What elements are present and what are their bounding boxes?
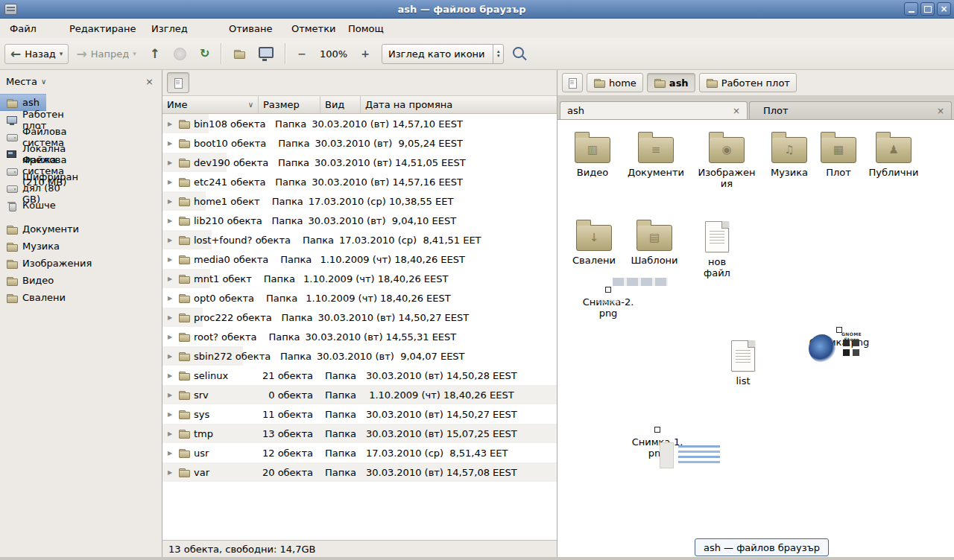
grid-item[interactable]: ≡ Документи [622, 130, 690, 178]
file-row[interactable]: ▶ lost+found ? обекта Папка 17.03.2010 (… [162, 230, 212, 249]
expander-icon[interactable]: ▶ [168, 314, 174, 321]
tab-plot[interactable]: Плот × [749, 101, 952, 119]
zoom-level[interactable]: 100% [314, 48, 353, 60]
file-row[interactable]: ▶ proc 222 обекта Папка 30.03.2010 (вт) … [162, 308, 203, 327]
file-row[interactable]: ▶ home 1 обект Папка 17.03.2010 (ср) 10,… [162, 191, 206, 211]
grid-item[interactable]: нов файл [693, 218, 741, 279]
file-row[interactable]: ▶ var 20 обекта Папка 30.03.2010 (вт) 14… [162, 462, 557, 482]
sidebar-item[interactable]: Изображения [0, 255, 78, 272]
path-root-button[interactable] [562, 73, 583, 92]
grid-item[interactable]: ♟ Публични [863, 130, 924, 178]
file-row[interactable]: ▶ srv 0 обекта Папка 1.10.2009 (чт) 18,4… [162, 385, 557, 404]
file-row[interactable]: ▶ etc 241 обекта Папка 30.03.2010 (вт) 1… [162, 172, 212, 191]
zoom-out-button[interactable]: − [291, 43, 312, 64]
file-row[interactable]: ▶ selinux 21 обекта Папка 30.03.2010 (вт… [162, 366, 557, 385]
expander-icon[interactable]: ▶ [168, 140, 174, 147]
expander-icon[interactable]: ▶ [168, 469, 174, 476]
menu-item[interactable]: Отиване [222, 21, 285, 36]
expander-icon[interactable]: ▶ [168, 256, 174, 263]
grid-item[interactable]: ◉ Изображен ия [695, 130, 759, 189]
menu-item[interactable]: Отметки [285, 21, 341, 36]
tab-close-icon[interactable]: × [929, 106, 944, 116]
grid-item[interactable]: ▦ Плот [817, 130, 860, 178]
expander-icon[interactable]: ▶ [168, 276, 174, 282]
column-header-name[interactable]: Име ∨ [162, 96, 259, 113]
column-header-modified[interactable]: Дата на промяна [361, 96, 557, 113]
file-row[interactable]: ▶ sbin 272 обекта Папка 30.03.2010 (вт) … [162, 346, 243, 366]
file-row[interactable]: ▶ bin 108 обекта Папка 30.03.2010 (вт) 1… [162, 114, 209, 133]
tab-ash[interactable]: ash × [560, 101, 748, 119]
reload-button[interactable]: ↻ [194, 44, 215, 63]
file-row[interactable]: ▶ sys 11 обекта Папка 30.03.2010 (вт) 14… [162, 404, 557, 424]
file-row[interactable]: ▶ media 0 обекта Папка 1.10.2009 (чт) 18… [162, 249, 216, 269]
titlebar[interactable]: ash — файлов браузър × [0, 0, 954, 19]
forward-button[interactable]: → Напред ▾ [70, 44, 142, 64]
places-title[interactable]: Места [6, 76, 37, 87]
menu-item[interactable]: Редактиране [63, 21, 145, 36]
maximize-button[interactable] [920, 2, 935, 16]
file-row[interactable]: ▶ mnt 1 обект Папка 1.10.2009 (чт) 18,40… [162, 269, 210, 288]
column-header-size[interactable]: Размер [259, 96, 320, 113]
expander-icon[interactable]: ▶ [168, 159, 174, 166]
home-button[interactable] [227, 43, 251, 64]
menu-item[interactable]: Изглед [145, 21, 222, 36]
expander-icon[interactable]: ▶ [168, 430, 174, 437]
path-button-desktop[interactable]: Работен плот [699, 73, 797, 92]
file-row[interactable]: ▶ dev 190 обекта Папка 30.03.2010 (вт) 1… [162, 153, 227, 172]
file-row[interactable]: ▶ tmp 13 обекта Папка 30.03.2010 (вт) 15… [162, 424, 557, 443]
stop-button[interactable] [168, 43, 192, 65]
minimize-button[interactable] [904, 2, 918, 16]
column-header-type[interactable]: Вид [320, 96, 361, 113]
file-row[interactable]: ▶ root ? обекта Папка 30.03.2010 (вт) 14… [162, 327, 246, 346]
file-row[interactable]: ▶ opt 0 обекта Папка 1.10.2009 (чт) 18,4… [162, 288, 240, 308]
grid-item[interactable]: ▤ Шаблони [628, 218, 681, 266]
expander-icon[interactable]: ▶ [168, 198, 174, 205]
back-button[interactable]: ← Назад ▾ [4, 44, 69, 64]
sidebar-item[interactable]: Свалени [0, 289, 83, 306]
path-button-ash[interactable]: ash [647, 73, 695, 92]
computer-button[interactable] [253, 42, 279, 66]
folder-icon [654, 77, 666, 89]
zoom-in-button[interactable]: + [355, 43, 376, 64]
sidebar-item[interactable]: Шифриран дял (80 GB) [0, 179, 61, 197]
back-dropdown-icon[interactable]: ▾ [60, 50, 63, 57]
places-dropdown-icon[interactable]: ∨ [41, 77, 46, 86]
places-close-button[interactable]: × [143, 76, 156, 87]
file-row[interactable]: ▶ boot 10 обекта Папка 30.03.2010 (вт) 9… [162, 133, 231, 153]
expander-icon[interactable]: ▶ [168, 295, 174, 302]
up-button[interactable]: ↑ [144, 44, 166, 63]
expander-icon[interactable]: ▶ [168, 372, 174, 379]
grid-item[interactable]: list [723, 337, 763, 386]
grid-item[interactable]: GUADEC Снимка-2. png [569, 287, 647, 319]
expander-icon[interactable]: ▶ [168, 353, 174, 360]
grid-item[interactable]: Снимка-1. png [617, 427, 698, 459]
sidebar-item[interactable]: Музика [0, 238, 48, 255]
expander-icon[interactable]: ▶ [168, 237, 174, 244]
menu-item[interactable]: Помощ [341, 21, 416, 36]
path-button-home[interactable]: home [587, 73, 643, 92]
close-button[interactable]: × [937, 2, 951, 16]
filesystem-location-button[interactable] [167, 72, 189, 93]
expander-icon[interactable]: ▶ [168, 179, 174, 185]
grid-item[interactable]: GNOME Store Снимка.png [797, 327, 881, 348]
expander-icon[interactable]: ▶ [168, 334, 174, 340]
tab-close-icon[interactable]: × [725, 106, 740, 116]
sidebar-item[interactable]: Видео [0, 272, 40, 289]
view-mode-select[interactable]: Изглед като икони ▴▾ [382, 44, 505, 64]
grid-item[interactable]: ♫ Музика [765, 130, 814, 178]
menu-item[interactable]: Файл [3, 21, 63, 36]
combo-arrows-icon[interactable]: ▴▾ [493, 45, 504, 63]
grid-item[interactable]: ▥ Видео [569, 130, 616, 178]
file-row[interactable]: ▶ usr 12 обекта Папка 17.03.2010 (ср) 8,… [162, 443, 557, 462]
expander-icon[interactable]: ▶ [168, 450, 174, 456]
expander-icon[interactable]: ▶ [168, 217, 174, 224]
expander-icon[interactable]: ▶ [168, 392, 174, 398]
expander-icon[interactable]: ▶ [168, 411, 174, 418]
sidebar-item[interactable]: Документи [0, 220, 54, 238]
expander-icon[interactable]: ▶ [168, 121, 174, 127]
grid-item[interactable]: ↓ Свалени [569, 218, 619, 266]
forward-arrow-icon: → [76, 48, 86, 59]
file-row[interactable]: ▶ lib 210 обекта Папка 30.03.2010 (вт) 9… [162, 211, 224, 230]
sidebar-item[interactable]: Кошче [0, 197, 49, 214]
search-button[interactable] [505, 42, 534, 66]
